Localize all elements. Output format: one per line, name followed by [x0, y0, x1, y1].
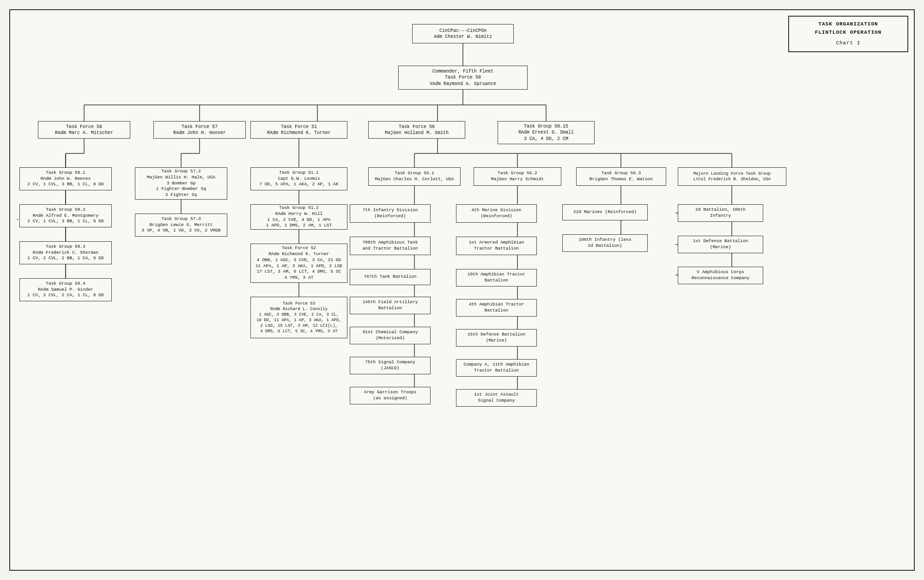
army-garrison-box: Army Garrison Troops(as assigned)	[350, 387, 431, 404]
tf57-label: Task Force 57RAdm John H. Hoover	[173, 124, 226, 136]
106th-inf-label: 106th Infantry (less2d Battalion)	[578, 237, 631, 249]
tg572-box: Task Group 57.2MajGen Willis H. Hale, US…	[135, 167, 227, 200]
75th-box: 75th Signal Company(JASCO)	[350, 357, 431, 374]
v-amph-label: V Amphibious CorpsReconnaissance Company	[692, 269, 749, 281]
4th-marine-label: 4th Marine Division(Reinforced)	[471, 208, 521, 220]
767th-box: 767th Tank Battalion	[350, 269, 431, 285]
title-line2: FLINTLOCK OPERATION	[798, 29, 898, 37]
tg561-label: Task Group 56.1MajGen Charles H. Corlett…	[375, 171, 454, 183]
106th-inf-box: 106th Infantry (less2d Battalion)	[562, 234, 648, 252]
tf57-box: Task Force 57RAdm John H. Hoover	[153, 121, 246, 139]
145th-box: 145th Field ArtilleryBattalion	[350, 297, 431, 314]
majuro-label: Majuro Landing Force Task GroupLtCol Fre…	[693, 171, 771, 182]
tf50-label: Commander, Fifth FleetTask Force 50VAdm …	[430, 68, 496, 87]
tg582-label: Task Group 58.2RAdm Alfred E. Montgomery…	[27, 207, 103, 225]
tg561-box: Task Group 56.1MajGen Charles H. Corlett…	[368, 167, 461, 186]
tf56-label: Task Force 56MajGen Holland M. Smith	[385, 124, 449, 136]
4th-marine-box: 4th Marine Division(Reinforced)	[456, 204, 537, 223]
army-garrison-label: Army Garrison Troops(as assigned)	[364, 390, 416, 402]
tf50-box: Commander, Fifth FleetTask Force 50VAdm …	[398, 66, 528, 90]
1st-armored-box: 1st Armored AmphibianTractor Battalion	[456, 237, 537, 255]
7th-inf-box: 7th Infantry Division(Reinforced)	[350, 204, 431, 223]
cincpac-box: CinCPac---CinCPOAAdm Chester W. Nimitz	[412, 24, 514, 43]
title-line3: Chart I	[798, 39, 898, 48]
2d-bn-label: 2d Battalion, 106thInfantry	[695, 207, 745, 219]
1st-joint-box: 1st Joint AssaultSignal Company	[456, 389, 537, 407]
tg563-box: Task Group 56.3BrigGen Thomas E. Watson	[576, 167, 666, 186]
767th-label: 767th Tank Battalion	[364, 274, 416, 280]
tg584-label: Task Group 58.4RAdm Samuel P. Ginder1 CV…	[27, 281, 103, 299]
7th-inf-label: 7th Infantry Division(Reinforced)	[363, 208, 418, 220]
cincpac-label: CinCPac---CinCPOAAdm Chester W. Nimitz	[434, 28, 492, 40]
tg512-box: Task Group 51.2RAdm Harry W. Hill1 CA, 2…	[250, 204, 347, 230]
tg512-label: Task Group 51.2RAdm Harry W. Hill1 CA, 2…	[266, 205, 332, 229]
1st-armored-label: 1st Armored AmphibianTractor Battalion	[469, 240, 524, 252]
majuro-box: Majuro Landing Force Task GroupLtCol Fre…	[678, 167, 786, 186]
co-a-11th-box: Company A, 11th AmphibianTractor Battali…	[456, 359, 537, 377]
10th-amph-box: 10th Amphibian TractorBattalion	[456, 269, 537, 287]
tf56-box: Task Force 56MajGen Holland M. Smith	[368, 121, 465, 139]
1st-def-bn-label: 1st Defense Battalion(Marine)	[693, 238, 748, 250]
tg583-label: Task Group 58.3RAdm Frederick C. Sherman…	[27, 244, 103, 262]
tf52-box: Task Force 52RAdm Richmond K. Turner4 OB…	[250, 244, 347, 283]
1st-def-bn-box: 1st Defense Battalion(Marine)	[678, 236, 763, 253]
145th-label: 145th Field ArtilleryBattalion	[363, 299, 418, 311]
15th-def-label: 15th Defense Battalion(Marine)	[468, 332, 525, 344]
tg562-label: Task Group 56.2MajGen Harry Schmidt	[491, 171, 544, 183]
75th-label: 75th Signal Company(JASCO)	[365, 360, 415, 372]
4th-amph-label: 4th Amphibian TractorBattalion	[469, 302, 524, 314]
708th-label: 708th Amphibious Tankand Tractor Battali…	[363, 240, 418, 252]
tf53-label: Task Force 53RAdm Richard L. Conolly1 AG…	[256, 301, 341, 335]
91st-label: 91st Chemical Company(Motorized)	[363, 330, 418, 342]
1st-joint-label: 1st Joint AssaultSignal Company	[474, 392, 519, 404]
dot-marker: ·	[16, 216, 19, 223]
15th-def-box: 15th Defense Battalion(Marine)	[456, 329, 537, 347]
tf51-label: Task Force 51RAdm Richmond K. Turner	[267, 124, 331, 136]
co-a-11th-label: Company A, 11th AmphibianTractor Battali…	[463, 362, 529, 374]
tg511-label: Task Group 51.1Capt D.W. Loomis7 DD, 5 A…	[259, 170, 338, 188]
708th-box: 708th Amphibious Tankand Tractor Battali…	[350, 237, 431, 255]
title-box: TASK ORGANIZATION FLINTLOCK OPERATION Ch…	[788, 16, 908, 52]
tf51-box: Task Force 51RAdm Richmond K. Turner	[250, 121, 347, 139]
tg563-label: Task Group 56.3BrigGen Thomas E. Watson	[590, 171, 653, 183]
tf58-label: Task Force 58RAdm Marc A. Mitscher	[55, 124, 113, 136]
tf58-box: Task Force 58RAdm Marc A. Mitscher	[38, 121, 130, 139]
tg562-box: Task Group 56.2MajGen Harry Schmidt	[474, 167, 561, 186]
tg5015-label: Task Group 50.15RAdm Ernest G. Small3 CA…	[518, 123, 574, 142]
title-line1: TASK ORGANIZATION	[798, 20, 898, 29]
tg583-box: Task Group 58.3RAdm Frederick C. Sherman…	[19, 241, 112, 264]
tg573-box: Task Group 57.3BrigGen Lewie G. Merritt3…	[135, 214, 227, 237]
2d-bn-box: 2d Battalion, 106thInfantry	[678, 204, 763, 222]
91st-box: 91st Chemical Company(Motorized)	[350, 327, 431, 344]
tg581-box: Task Group 58.1RAdm John W. Reeves2 CV, …	[19, 167, 112, 190]
4th-amph-box: 4th Amphibian TractorBattalion	[456, 299, 537, 317]
tf53-box: Task Force 53RAdm Richard L. Conolly1 AG…	[250, 297, 347, 338]
tg572-label: Task Group 57.2MajGen Willis H. Hale, US…	[147, 169, 215, 198]
22d-marines-box: 22d Marines (Reinforced)	[562, 204, 648, 220]
tg573-label: Task Group 57.3BrigGen Lewie G. Merritt3…	[141, 216, 220, 234]
connector-lines	[10, 10, 914, 570]
tg582-box: Task Group 58.2RAdm Alfred E. Montgomery…	[19, 204, 112, 227]
22d-marines-label: 22d Marines (Reinforced)	[573, 209, 637, 215]
tg581-label: Task Group 58.1RAdm John W. Reeves2 CV, …	[27, 170, 103, 188]
tg584-box: Task Group 58.4RAdm Samuel P. Ginder1 CV…	[19, 278, 112, 301]
tg5015-box: Task Group 50.15RAdm Ernest G. Small3 CA…	[498, 121, 595, 144]
tg511-box: Task Group 51.1Capt D.W. Loomis7 DD, 5 A…	[250, 167, 347, 190]
tf52-label: Task Force 52RAdm Richmond K. Turner4 OB…	[255, 245, 342, 281]
v-amph-box: V Amphibious CorpsReconnaissance Company	[678, 267, 763, 284]
page: TASK ORGANIZATION FLINTLOCK OPERATION Ch…	[9, 9, 915, 571]
10th-amph-label: 10th Amphibian TractorBattalion	[468, 272, 525, 284]
